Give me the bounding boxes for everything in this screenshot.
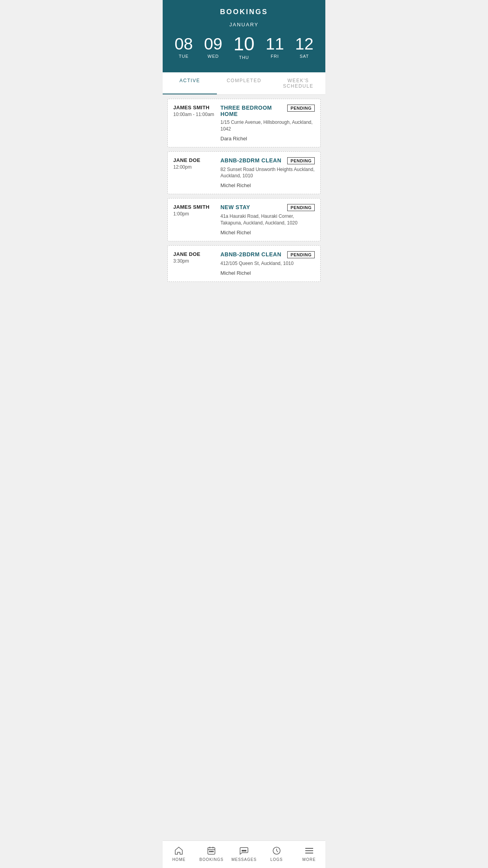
- date-number: 12: [295, 36, 314, 52]
- nav-label: MORE: [303, 857, 316, 862]
- nav-item-logs[interactable]: LOGS: [260, 844, 293, 863]
- booking-address: 82 Sunset Road Unsworth Heights Auckland…: [220, 166, 315, 180]
- booking-service: ABNB-2BDRM CLEAN: [220, 157, 281, 164]
- booking-time: 10:00am - 11:00am: [173, 112, 216, 117]
- tab-completed[interactable]: COMPLETED: [217, 72, 271, 94]
- nav-item-home[interactable]: HOME: [163, 844, 195, 863]
- date-day: FRI: [271, 54, 279, 59]
- clock-icon: [272, 846, 282, 856]
- svg-rect-5: [211, 851, 212, 852]
- svg-point-8: [243, 850, 244, 851]
- nav-item-more[interactable]: MORE: [293, 844, 325, 863]
- nav-label: MESSAGES: [231, 857, 257, 862]
- booking-agent: Michel Richel: [220, 230, 315, 235]
- tab-week-s-schedule[interactable]: WEEK'S SCHEDULE: [271, 72, 325, 94]
- nav-item-bookings[interactable]: BOOKINGS: [195, 844, 228, 863]
- booking-address: 412/105 Queen St, Auckland, 1010: [220, 260, 315, 267]
- booking-card-1[interactable]: JANE DOE12:00pmABNB-2BDRM CLEANPENDING82…: [167, 151, 321, 195]
- booking-time: 1:00pm: [173, 211, 216, 217]
- nav-label: HOME: [172, 857, 185, 862]
- booking-agent: Dara Richel: [220, 136, 315, 142]
- booking-address: 1/15 Currie Avenue, Hillsborough, Auckla…: [220, 119, 315, 132]
- booking-card-2[interactable]: JAMES SMITH1:00pmNEW STAYPENDING41a Haur…: [167, 198, 321, 241]
- booking-client: JANE DOE: [173, 157, 216, 163]
- booking-time: 12:00pm: [173, 164, 216, 170]
- booking-service: NEW STAY: [220, 204, 250, 210]
- status-badge: PENDING: [287, 157, 315, 164]
- status-badge: PENDING: [287, 105, 315, 112]
- date-item-11[interactable]: 11FRI: [261, 33, 289, 62]
- home-icon: [174, 846, 184, 856]
- booking-address: 41a Hauraki Road, Hauraki Corner, Takapu…: [220, 213, 315, 226]
- bookings-list: JAMES SMITH10:00am - 11:00amTHREE BEDROO…: [163, 95, 325, 840]
- date-item-12[interactable]: 12SAT: [290, 33, 318, 62]
- date-number: 08: [174, 36, 193, 52]
- date-item-10[interactable]: 10THU: [229, 31, 259, 63]
- date-number: 10: [233, 35, 254, 53]
- date-day: TUE: [179, 54, 189, 59]
- booking-service: THREE BEDROOM HOME: [220, 105, 285, 117]
- calendar-icon: [206, 846, 216, 856]
- nav-item-messages[interactable]: MESSAGES: [228, 844, 261, 863]
- booking-client: JAMES SMITH: [173, 204, 216, 210]
- status-badge: PENDING: [287, 204, 315, 211]
- tab-active[interactable]: ACTIVE: [163, 72, 217, 94]
- date-number: 09: [204, 36, 222, 52]
- date-number: 11: [266, 36, 284, 52]
- svg-point-9: [245, 850, 246, 851]
- nav-label: LOGS: [270, 857, 283, 862]
- date-row: 08TUE09WED10THU11FRI12SAT: [169, 31, 319, 63]
- booking-agent: Michel Richel: [220, 182, 315, 188]
- booking-client: JANE DOE: [173, 251, 216, 257]
- date-item-08[interactable]: 08TUE: [170, 33, 198, 62]
- page-title: BOOKINGS: [169, 8, 319, 16]
- date-item-09[interactable]: 09WED: [199, 33, 227, 62]
- svg-rect-6: [213, 851, 213, 852]
- status-badge: PENDING: [287, 251, 315, 258]
- date-day: WED: [207, 54, 219, 59]
- chat-icon: [239, 846, 249, 856]
- bottom-nav: HOMEBOOKINGSMESSAGESLOGSMORE: [163, 840, 325, 868]
- svg-rect-4: [209, 851, 210, 852]
- booking-agent: Michel Richel: [220, 270, 315, 276]
- date-day: THU: [239, 55, 249, 60]
- booking-card-0[interactable]: JAMES SMITH10:00am - 11:00amTHREE BEDROO…: [167, 99, 321, 147]
- menu-icon: [304, 846, 314, 856]
- booking-time: 3:30pm: [173, 258, 216, 264]
- date-day: SAT: [300, 54, 309, 59]
- booking-card-3[interactable]: JANE DOE3:30pmABNB-2BDRM CLEANPENDING412…: [167, 245, 321, 282]
- svg-point-7: [242, 850, 243, 851]
- app-header: BOOKINGS JANUARY 08TUE09WED10THU11FRI12S…: [163, 0, 325, 72]
- month-label: JANUARY: [169, 22, 319, 28]
- tab-bar: ACTIVECOMPLETEDWEEK'S SCHEDULE: [163, 72, 325, 95]
- booking-client: JAMES SMITH: [173, 105, 216, 110]
- booking-service: ABNB-2BDRM CLEAN: [220, 251, 281, 257]
- nav-label: BOOKINGS: [200, 857, 224, 862]
